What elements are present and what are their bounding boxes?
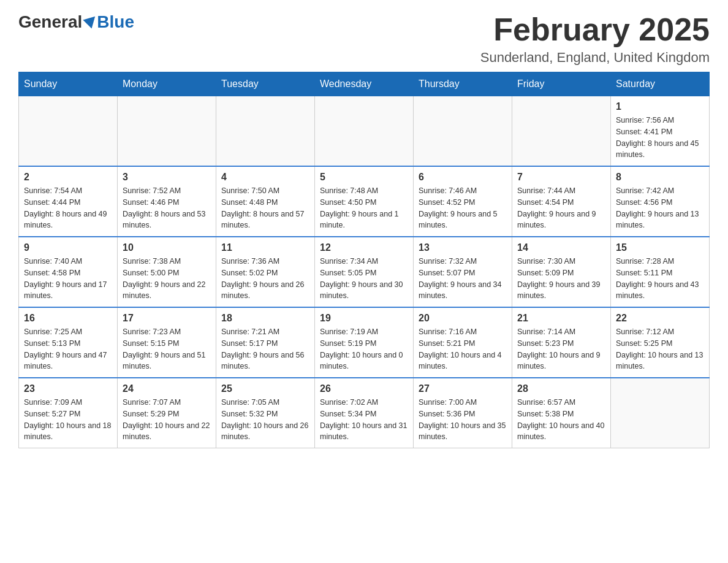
day-number: 18 [221,313,309,324]
day-info: Sunrise: 7:16 AMSunset: 5:21 PMDaylight:… [419,326,507,372]
day-info: Sunrise: 7:54 AMSunset: 4:44 PMDaylight:… [24,185,112,231]
title-section: February 2025 Sunderland, England, Unite… [480,12,710,66]
table-row: 12Sunrise: 7:34 AMSunset: 5:05 PMDayligh… [315,237,414,307]
table-row: 19Sunrise: 7:19 AMSunset: 5:19 PMDayligh… [315,307,414,378]
calendar-week-row: 2Sunrise: 7:54 AMSunset: 4:44 PMDaylight… [19,166,710,237]
table-row [611,378,710,448]
day-info: Sunrise: 7:44 AMSunset: 4:54 PMDaylight:… [517,185,605,231]
table-row: 4Sunrise: 7:50 AMSunset: 4:48 PMDaylight… [216,166,315,237]
header-monday: Monday [118,72,216,96]
day-info: Sunrise: 7:21 AMSunset: 5:17 PMDaylight:… [221,326,309,372]
day-number: 27 [419,383,507,394]
table-row: 22Sunrise: 7:12 AMSunset: 5:25 PMDayligh… [611,307,710,378]
table-row: 9Sunrise: 7:40 AMSunset: 4:58 PMDaylight… [19,237,118,307]
table-row [19,96,118,167]
table-row: 6Sunrise: 7:46 AMSunset: 4:52 PMDaylight… [414,166,512,237]
table-row: 16Sunrise: 7:25 AMSunset: 5:13 PMDayligh… [19,307,118,378]
day-info: Sunrise: 7:05 AMSunset: 5:32 PMDaylight:… [221,397,309,443]
calendar-week-row: 16Sunrise: 7:25 AMSunset: 5:13 PMDayligh… [19,307,710,378]
table-row [216,96,315,167]
day-number: 17 [123,313,211,324]
table-row: 10Sunrise: 7:38 AMSunset: 5:00 PMDayligh… [118,237,216,307]
day-info: Sunrise: 7:52 AMSunset: 4:46 PMDaylight:… [123,185,211,231]
table-row: 14Sunrise: 7:30 AMSunset: 5:09 PMDayligh… [512,237,611,307]
day-number: 25 [221,383,309,394]
logo: General Blue [18,12,134,32]
header-tuesday: Tuesday [216,72,315,96]
day-info: Sunrise: 7:56 AMSunset: 4:41 PMDaylight:… [616,115,704,161]
header-sunday: Sunday [19,72,118,96]
day-info: Sunrise: 7:40 AMSunset: 4:58 PMDaylight:… [24,256,112,302]
day-number: 8 [616,172,704,183]
table-row [414,96,512,167]
day-number: 3 [123,172,211,183]
day-info: Sunrise: 7:19 AMSunset: 5:19 PMDaylight:… [320,326,408,372]
table-row: 23Sunrise: 7:09 AMSunset: 5:27 PMDayligh… [19,378,118,448]
day-info: Sunrise: 7:30 AMSunset: 5:09 PMDaylight:… [517,256,605,302]
day-info: Sunrise: 7:14 AMSunset: 5:23 PMDaylight:… [517,326,605,372]
day-number: 1 [616,101,704,112]
calendar-table: Sunday Monday Tuesday Wednesday Thursday… [18,72,710,448]
table-row: 18Sunrise: 7:21 AMSunset: 5:17 PMDayligh… [216,307,315,378]
day-info: Sunrise: 7:42 AMSunset: 4:56 PMDaylight:… [616,185,704,231]
day-number: 21 [517,313,605,324]
calendar-week-row: 23Sunrise: 7:09 AMSunset: 5:27 PMDayligh… [19,378,710,448]
day-number: 28 [517,383,605,394]
day-number: 13 [419,242,507,253]
day-number: 24 [123,383,211,394]
logo-blue-text: Blue [97,12,134,32]
day-number: 6 [419,172,507,183]
table-row: 1Sunrise: 7:56 AMSunset: 4:41 PMDaylight… [611,96,710,167]
header-saturday: Saturday [611,72,710,96]
table-row: 27Sunrise: 7:00 AMSunset: 5:36 PMDayligh… [414,378,512,448]
day-info: Sunrise: 7:50 AMSunset: 4:48 PMDaylight:… [221,185,309,231]
calendar-week-row: 1Sunrise: 7:56 AMSunset: 4:41 PMDaylight… [19,96,710,167]
day-number: 15 [616,242,704,253]
table-row: 3Sunrise: 7:52 AMSunset: 4:46 PMDaylight… [118,166,216,237]
table-row: 17Sunrise: 7:23 AMSunset: 5:15 PMDayligh… [118,307,216,378]
header-thursday: Thursday [414,72,512,96]
day-number: 4 [221,172,309,183]
day-number: 5 [320,172,408,183]
table-row: 5Sunrise: 7:48 AMSunset: 4:50 PMDaylight… [315,166,414,237]
calendar-title: February 2025 [480,12,710,47]
day-info: Sunrise: 7:36 AMSunset: 5:02 PMDaylight:… [221,256,309,302]
table-row: 2Sunrise: 7:54 AMSunset: 4:44 PMDaylight… [19,166,118,237]
day-number: 11 [221,242,309,253]
table-row [512,96,611,167]
table-row: 7Sunrise: 7:44 AMSunset: 4:54 PMDaylight… [512,166,611,237]
day-info: Sunrise: 7:32 AMSunset: 5:07 PMDaylight:… [419,256,507,302]
table-row [315,96,414,167]
day-number: 22 [616,313,704,324]
table-row: 13Sunrise: 7:32 AMSunset: 5:07 PMDayligh… [414,237,512,307]
table-row: 26Sunrise: 7:02 AMSunset: 5:34 PMDayligh… [315,378,414,448]
day-info: Sunrise: 6:57 AMSunset: 5:38 PMDaylight:… [517,397,605,443]
table-row: 28Sunrise: 6:57 AMSunset: 5:38 PMDayligh… [512,378,611,448]
table-row [118,96,216,167]
day-number: 14 [517,242,605,253]
weekday-header-row: Sunday Monday Tuesday Wednesday Thursday… [19,72,710,96]
day-info: Sunrise: 7:34 AMSunset: 5:05 PMDaylight:… [320,256,408,302]
table-row: 25Sunrise: 7:05 AMSunset: 5:32 PMDayligh… [216,378,315,448]
table-row: 20Sunrise: 7:16 AMSunset: 5:21 PMDayligh… [414,307,512,378]
logo-general-text: General [18,12,82,32]
day-number: 23 [24,383,112,394]
table-row: 24Sunrise: 7:07 AMSunset: 5:29 PMDayligh… [118,378,216,448]
day-info: Sunrise: 7:38 AMSunset: 5:00 PMDaylight:… [123,256,211,302]
day-info: Sunrise: 7:12 AMSunset: 5:25 PMDaylight:… [616,326,704,372]
page-header: General Blue February 2025 Sunderland, E… [18,12,710,66]
table-row: 21Sunrise: 7:14 AMSunset: 5:23 PMDayligh… [512,307,611,378]
day-info: Sunrise: 7:09 AMSunset: 5:27 PMDaylight:… [24,397,112,443]
header-wednesday: Wednesday [315,72,414,96]
day-info: Sunrise: 7:07 AMSunset: 5:29 PMDaylight:… [123,397,211,443]
day-number: 12 [320,242,408,253]
day-number: 9 [24,242,112,253]
day-number: 26 [320,383,408,394]
day-number: 19 [320,313,408,324]
day-info: Sunrise: 7:46 AMSunset: 4:52 PMDaylight:… [419,185,507,231]
header-friday: Friday [512,72,611,96]
day-number: 20 [419,313,507,324]
day-number: 7 [517,172,605,183]
calendar-subtitle: Sunderland, England, United Kingdom [480,50,710,66]
table-row: 15Sunrise: 7:28 AMSunset: 5:11 PMDayligh… [611,237,710,307]
